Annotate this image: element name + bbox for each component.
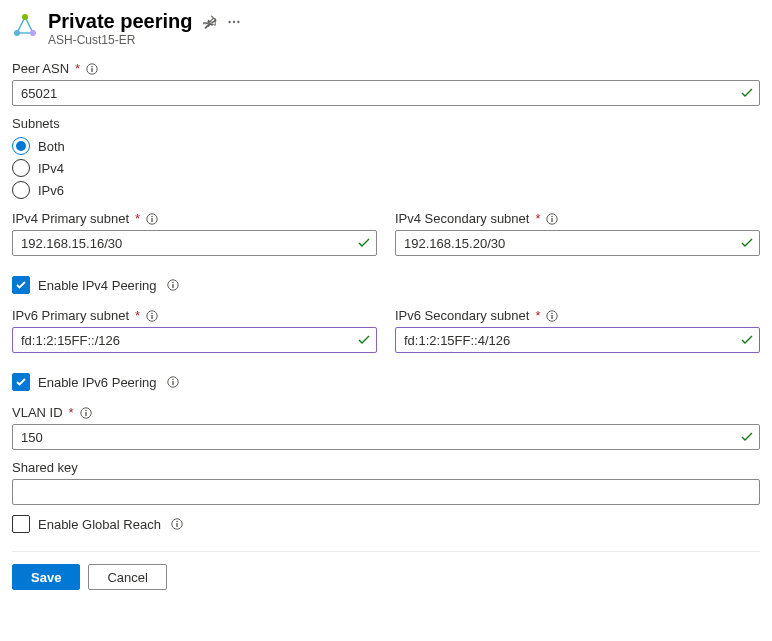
- field-ipv4-secondary: IPv4 Secondary subnet *: [395, 211, 760, 256]
- checkbox-icon: [12, 373, 30, 391]
- save-button[interactable]: Save: [12, 564, 80, 590]
- svg-point-13: [552, 215, 554, 217]
- subnets-label: Subnets: [12, 116, 60, 131]
- svg-point-4: [232, 20, 234, 22]
- checkbox-icon: [12, 515, 30, 533]
- required-marker: *: [69, 405, 74, 420]
- field-vlan-id: VLAN ID *: [12, 405, 760, 450]
- peering-icon: [12, 14, 38, 40]
- footer-actions: Save Cancel: [12, 564, 760, 590]
- info-icon[interactable]: [86, 63, 98, 75]
- field-peer-asn: Peer ASN *: [12, 61, 760, 106]
- ipv4-primary-label: IPv4 Primary subnet: [12, 211, 129, 226]
- svg-rect-20: [151, 315, 152, 319]
- info-icon[interactable]: [167, 279, 179, 291]
- info-icon[interactable]: [171, 518, 183, 530]
- checkbox-global-reach[interactable]: Enable Global Reach: [12, 515, 760, 533]
- ipv4-secondary-label: IPv4 Secondary subnet: [395, 211, 529, 226]
- global-reach-label: Enable Global Reach: [38, 517, 161, 532]
- info-icon[interactable]: [146, 310, 158, 322]
- form: Peer ASN * Subnets Both IPv4: [12, 61, 760, 590]
- field-ipv6-secondary: IPv6 Secondary subnet *: [395, 308, 760, 353]
- peer-asn-label: Peer ASN: [12, 61, 69, 76]
- svg-rect-14: [552, 218, 553, 222]
- required-marker: *: [75, 61, 80, 76]
- check-icon: [357, 236, 371, 250]
- ipv6-primary-label: IPv6 Primary subnet: [12, 308, 129, 323]
- field-ipv4-primary: IPv4 Primary subnet *: [12, 211, 377, 256]
- radio-both[interactable]: Both: [12, 135, 760, 157]
- svg-point-0: [22, 14, 28, 20]
- svg-point-16: [172, 282, 174, 284]
- peer-asn-input[interactable]: [12, 80, 760, 106]
- check-icon: [740, 333, 754, 347]
- required-marker: *: [535, 308, 540, 323]
- svg-point-5: [237, 20, 239, 22]
- svg-rect-29: [85, 412, 86, 416]
- svg-point-7: [91, 65, 93, 67]
- required-marker: *: [135, 308, 140, 323]
- radio-ipv4[interactable]: IPv4: [12, 157, 760, 179]
- ipv4-secondary-input[interactable]: [395, 230, 760, 256]
- svg-point-22: [552, 312, 554, 314]
- check-icon: [740, 236, 754, 250]
- page-subtitle: ASH-Cust15-ER: [48, 33, 241, 47]
- pin-icon[interactable]: [203, 15, 217, 29]
- shared-key-label: Shared key: [12, 460, 78, 475]
- svg-point-3: [228, 20, 230, 22]
- info-icon[interactable]: [546, 213, 558, 225]
- info-icon[interactable]: [80, 407, 92, 419]
- page-header: Private peering ASH-Cust15-ER: [12, 10, 760, 47]
- enable-ipv6-label: Enable IPv6 Peering: [38, 375, 157, 390]
- svg-point-10: [151, 215, 153, 217]
- vlan-id-label: VLAN ID: [12, 405, 63, 420]
- radio-ipv6-label: IPv6: [38, 183, 64, 198]
- svg-point-2: [14, 30, 20, 36]
- svg-rect-23: [552, 315, 553, 319]
- ipv6-secondary-input[interactable]: [395, 327, 760, 353]
- svg-rect-26: [172, 381, 173, 385]
- info-icon[interactable]: [146, 213, 158, 225]
- cancel-button[interactable]: Cancel: [88, 564, 166, 590]
- svg-rect-11: [151, 218, 152, 222]
- ipv6-secondary-label: IPv6 Secondary subnet: [395, 308, 529, 323]
- radio-both-label: Both: [38, 139, 65, 154]
- page-title: Private peering: [48, 10, 193, 33]
- required-marker: *: [535, 211, 540, 226]
- info-icon[interactable]: [167, 376, 179, 388]
- more-icon[interactable]: [227, 15, 241, 29]
- check-icon: [740, 430, 754, 444]
- svg-rect-32: [176, 523, 177, 527]
- info-icon[interactable]: [546, 310, 558, 322]
- svg-rect-8: [91, 68, 92, 72]
- field-subnets: Subnets Both IPv4 IPv6: [12, 116, 760, 201]
- svg-point-19: [151, 312, 153, 314]
- checkbox-enable-ipv6[interactable]: Enable IPv6 Peering: [12, 373, 760, 391]
- shared-key-input[interactable]: [12, 479, 760, 505]
- svg-point-31: [176, 521, 178, 523]
- ipv4-primary-input[interactable]: [12, 230, 377, 256]
- radio-ipv4-label: IPv4: [38, 161, 64, 176]
- svg-point-28: [85, 409, 87, 411]
- divider: [12, 551, 760, 552]
- field-ipv6-primary: IPv6 Primary subnet *: [12, 308, 377, 353]
- svg-point-1: [30, 30, 36, 36]
- field-shared-key: Shared key: [12, 460, 760, 505]
- svg-rect-17: [172, 284, 173, 288]
- required-marker: *: [135, 211, 140, 226]
- radio-ipv6[interactable]: IPv6: [12, 179, 760, 201]
- vlan-id-input[interactable]: [12, 424, 760, 450]
- check-icon: [740, 86, 754, 100]
- svg-point-25: [172, 379, 174, 381]
- ipv6-primary-input[interactable]: [12, 327, 377, 353]
- checkbox-enable-ipv4[interactable]: Enable IPv4 Peering: [12, 276, 760, 294]
- enable-ipv4-label: Enable IPv4 Peering: [38, 278, 157, 293]
- checkbox-icon: [12, 276, 30, 294]
- check-icon: [357, 333, 371, 347]
